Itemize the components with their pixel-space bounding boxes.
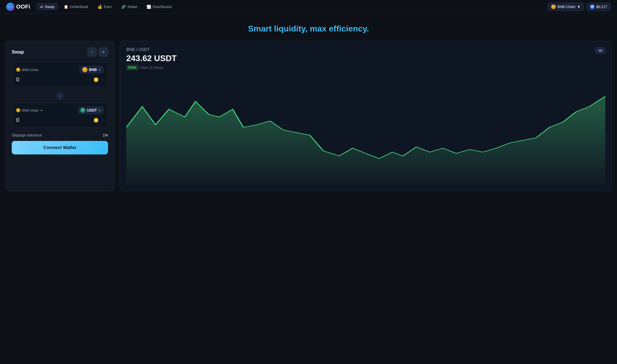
swap-header: Swap ○ ≡ <box>12 47 108 57</box>
slippage-label: Slippage tolerance <box>12 133 42 137</box>
hero-title: Smart liquidity, max efficiency. <box>5 24 612 34</box>
to-amount-row: 🪙 -- <box>16 117 104 124</box>
circle-btn[interactable]: ○ <box>87 47 97 57</box>
orderbook-nav-icon: 📋 <box>64 5 68 9</box>
chart-fill-area <box>126 96 605 185</box>
nav-swap-label: Swap <box>45 4 55 9</box>
chart-header: BNB / USDT 243.62 USDT 0.0% Past 24 Hour… <box>126 47 605 70</box>
to-token-label: USDT <box>87 108 97 112</box>
to-wallet-icon[interactable]: 🪙 <box>93 118 99 123</box>
to-token-box: BNB Chain ▼ T USDT ▼ 🪙 -- <box>12 102 108 127</box>
nav-orderbook[interactable]: 📋 Orderbook <box>60 3 92 10</box>
to-token-selector[interactable]: T USDT ▼ <box>78 106 104 114</box>
nav-swap[interactable]: ⇄ Swap <box>36 3 58 10</box>
from-amount-right: 🪙 -- <box>93 77 104 82</box>
swap-nav-icon: ⇄ <box>40 5 43 9</box>
to-amount-right: 🪙 -- <box>93 118 104 123</box>
stake-nav-icon: 🔗 <box>121 5 126 9</box>
nav-stake-label: Stake <box>127 4 137 9</box>
chart-info: BNB / USDT 243.62 USDT 0.0% Past 24 Hour… <box>126 47 177 70</box>
bnb-chain-icon <box>551 4 556 9</box>
nav-stake[interactable]: 🔗 Stake <box>118 3 141 10</box>
chart-pair-label: BNB / USDT <box>126 47 177 52</box>
chart-controls: 1D <box>595 47 605 54</box>
earn-nav-icon: 💰 <box>98 5 102 9</box>
price-btn[interactable]: W $0.217 <box>587 3 611 11</box>
swap-header-actions: ○ ≡ <box>87 47 108 57</box>
to-token-chevron-icon: ▼ <box>98 109 101 112</box>
chain-label: BNB Chain <box>557 5 575 9</box>
from-chain-label: BNB Chain <box>22 68 39 72</box>
down-arrow-icon: ↓ <box>59 93 61 99</box>
settings-btn[interactable]: ≡ <box>99 47 108 57</box>
nav-orderbook-label: Orderbook <box>70 4 88 9</box>
timeframe-1d-button[interactable]: 1D <box>595 47 605 54</box>
nav-dashboard[interactable]: 📈 Dashboard <box>143 3 175 10</box>
usdt-token-icon: T <box>80 108 85 113</box>
connect-wallet-button[interactable]: Connect Wallet <box>12 141 108 154</box>
w-token-icon: W <box>590 4 595 9</box>
from-token-box: BNB Chain BNB ▼ 🪙 -- <box>12 62 108 87</box>
from-amount-row: 🪙 -- <box>16 76 104 83</box>
chart-change-badge: 0.0% <box>126 65 138 70</box>
from-chain-icon <box>16 68 20 72</box>
nav-earn-label: Earn <box>104 4 112 9</box>
nav-dashboard-label: Dashboard <box>153 4 172 9</box>
navbar: ○○ OOFi ⇄ Swap 📋 Orderbook 💰 Earn 🔗 Stak… <box>0 0 617 14</box>
swap-panel: Swap ○ ≡ BNB Chain BNB ▼ <box>5 41 115 191</box>
nav-right: BNB Chain ▼ W $0.217 <box>548 3 611 11</box>
swap-arrow-container: ↓ <box>12 89 108 102</box>
to-amount-input[interactable] <box>16 117 69 124</box>
chart-change-row: 0.0% Past 24 Hours <box>126 65 177 70</box>
app-logo: ○○ OOFi <box>6 3 30 11</box>
hero-section: Smart liquidity, max efficiency. <box>0 14 617 41</box>
swap-direction-btn[interactable]: ↓ <box>55 91 65 100</box>
from-token-selector[interactable]: BNB ▼ <box>80 66 104 74</box>
to-dash-value: -- <box>101 118 104 122</box>
swap-title: Swap <box>12 49 24 55</box>
slippage-row: Slippage tolerance 1% <box>12 129 108 139</box>
price-chart-svg <box>126 75 605 185</box>
main-content: Swap ○ ≡ BNB Chain BNB ▼ <box>0 41 617 196</box>
from-wallet-icon[interactable]: 🪙 <box>93 77 99 82</box>
to-chain-label: BNB Chain <box>22 108 39 112</box>
to-chain-chevron-icon: ▼ <box>40 109 43 112</box>
from-amount-input[interactable] <box>16 76 69 83</box>
chart-area <box>126 75 605 185</box>
chart-change-label: Past 24 Hours <box>140 66 163 70</box>
nav-earn[interactable]: 💰 Earn <box>94 3 116 10</box>
logo-text: OOFi <box>16 3 30 10</box>
to-chain-icon <box>16 108 20 112</box>
from-token-label: BNB <box>89 68 97 72</box>
logo-icon: ○○ <box>6 3 15 11</box>
from-dash-value: -- <box>101 77 104 82</box>
from-chain-selector[interactable]: BNB Chain <box>16 68 39 72</box>
to-token-header: BNB Chain ▼ T USDT ▼ <box>16 106 104 114</box>
bnb-token-icon <box>82 67 87 72</box>
token-price-label: $0.217 <box>596 5 607 9</box>
chain-selector-btn[interactable]: BNB Chain ▼ <box>548 3 584 11</box>
chart-price-label: 243.62 USDT <box>126 54 177 63</box>
dashboard-nav-icon: 📈 <box>147 5 151 9</box>
from-token-chevron-icon: ▼ <box>98 68 101 71</box>
from-token-header: BNB Chain BNB ▼ <box>16 66 104 74</box>
chain-chevron-icon: ▼ <box>577 5 581 9</box>
to-chain-selector[interactable]: BNB Chain ▼ <box>16 108 43 112</box>
chart-panel: BNB / USDT 243.62 USDT 0.0% Past 24 Hour… <box>120 41 612 191</box>
slippage-value: 1% <box>103 133 108 137</box>
